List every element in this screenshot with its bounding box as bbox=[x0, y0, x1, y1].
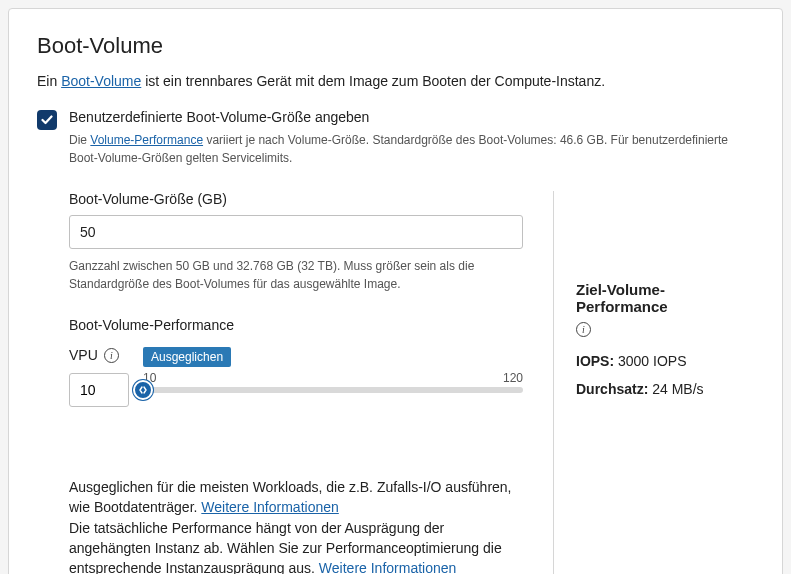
form-left: Boot-Volume-Größe (GB) Ganzzahl zwischen… bbox=[69, 191, 554, 574]
slider-max-label: 120 bbox=[503, 371, 523, 385]
perf-more-info-link-2[interactable]: Weitere Informationen bbox=[319, 560, 456, 574]
boot-volume-link[interactable]: Boot-Volume bbox=[61, 73, 141, 89]
intro-prefix: Ein bbox=[37, 73, 61, 89]
custom-size-row: Benutzerdefinierte Boot-Volume-Größe ang… bbox=[37, 109, 754, 167]
vpu-label: VPU bbox=[69, 347, 98, 363]
custom-size-sub-prefix: Die bbox=[69, 133, 90, 147]
size-helper: Ganzzahl zwischen 50 GB und 32.768 GB (3… bbox=[69, 257, 523, 293]
vpu-info-icon[interactable]: i bbox=[104, 348, 119, 363]
custom-size-sub: Die Volume-Performance variiert je nach … bbox=[69, 131, 754, 167]
slider-ticks: 10 120 bbox=[143, 371, 523, 385]
target-info-icon[interactable]: i bbox=[576, 322, 591, 337]
iops-value: 3000 IOPS bbox=[614, 353, 686, 369]
section-title: Boot-Volume bbox=[37, 33, 754, 59]
iops-row: IOPS: 3000 IOPS bbox=[576, 353, 754, 369]
performance-description: Ausgeglichen für die meisten Workloads, … bbox=[69, 477, 523, 574]
checkmark-icon bbox=[41, 115, 53, 125]
boot-volume-panel: Boot-Volume Ein Boot-Volume ist ein tren… bbox=[8, 8, 783, 574]
perf-more-info-link-1[interactable]: Weitere Informationen bbox=[201, 499, 338, 515]
vpu-input[interactable] bbox=[69, 373, 129, 407]
performance-section: Boot-Volume-Performance VPU i Ausgeglich… bbox=[69, 317, 523, 574]
iops-key: IOPS: bbox=[576, 353, 614, 369]
throughput-key: Durchsatz: bbox=[576, 381, 648, 397]
throughput-value: 24 MB/s bbox=[648, 381, 703, 397]
boot-volume-size-input[interactable] bbox=[69, 215, 523, 249]
target-performance-heading: Ziel-Volume-Performance bbox=[576, 281, 754, 315]
form-body: Boot-Volume-Größe (GB) Ganzzahl zwischen… bbox=[37, 191, 754, 574]
custom-size-label: Benutzerdefinierte Boot-Volume-Größe ang… bbox=[69, 109, 754, 125]
throughput-row: Durchsatz: 24 MB/s bbox=[576, 381, 754, 397]
vpu-slider-thumb[interactable] bbox=[133, 380, 153, 400]
performance-label: Boot-Volume-Performance bbox=[69, 317, 523, 333]
intro-suffix: ist ein trennbares Gerät mit dem Image z… bbox=[141, 73, 605, 89]
vpu-row: VPU i Ausgeglichen 10 120 bbox=[69, 347, 523, 407]
drag-handle-icon bbox=[138, 385, 148, 395]
slider-column: Ausgeglichen 10 120 bbox=[143, 347, 523, 393]
size-label: Boot-Volume-Größe (GB) bbox=[69, 191, 523, 207]
balance-badge: Ausgeglichen bbox=[143, 347, 231, 367]
vpu-column: VPU i bbox=[69, 347, 129, 407]
form-right: Ziel-Volume-Performance i IOPS: 3000 IOP… bbox=[554, 191, 754, 574]
target-info-row: i bbox=[576, 319, 754, 337]
vpu-label-row: VPU i bbox=[69, 347, 129, 363]
target-heading-text: Ziel-Volume-Performance bbox=[576, 281, 754, 315]
custom-size-checkbox[interactable] bbox=[37, 110, 57, 130]
custom-size-content: Benutzerdefinierte Boot-Volume-Größe ang… bbox=[69, 109, 754, 167]
vpu-slider[interactable] bbox=[143, 387, 523, 393]
intro-text: Ein Boot-Volume ist ein trennbares Gerät… bbox=[37, 73, 754, 89]
volume-performance-link[interactable]: Volume-Performance bbox=[90, 133, 203, 147]
